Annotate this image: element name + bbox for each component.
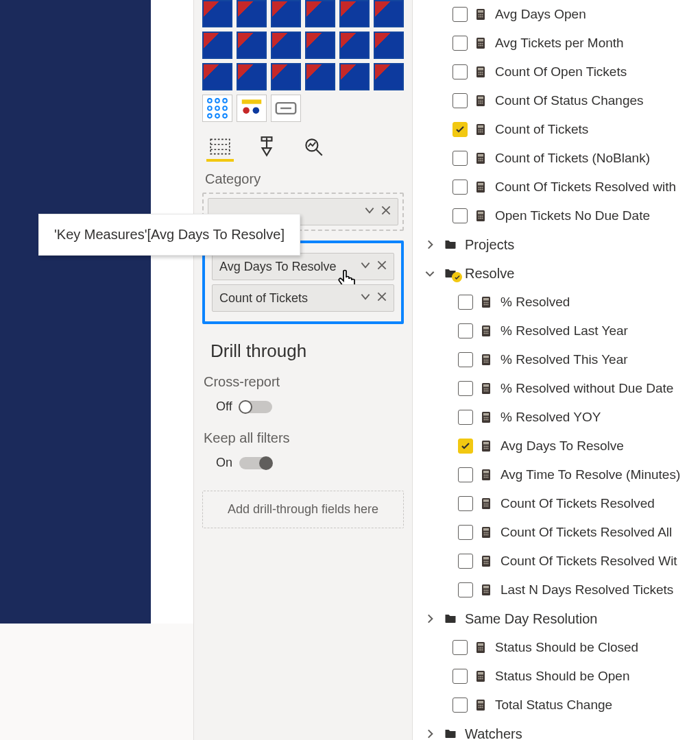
chevron-right-icon[interactable] <box>424 238 437 251</box>
tab-format[interactable] <box>253 134 280 162</box>
field-row[interactable]: Status Should be Open <box>413 662 700 691</box>
viz-property-tabs <box>202 122 404 166</box>
keep-all-filters-toggle[interactable] <box>239 457 272 469</box>
field-row[interactable]: Count Of Open Tickets <box>413 58 700 86</box>
field-name: % Resolved YOY <box>500 410 601 425</box>
viz-type-icon[interactable] <box>202 0 232 27</box>
viz-type-icon[interactable] <box>305 63 335 90</box>
svg-point-51 <box>482 103 483 104</box>
field-checkbox[interactable] <box>452 122 468 137</box>
field-checkbox[interactable] <box>452 7 468 22</box>
field-row[interactable]: Count Of Tickets Resolved All <box>413 518 700 547</box>
chevron-right-icon[interactable] <box>424 613 437 625</box>
field-checkbox[interactable] <box>458 439 473 454</box>
field-row[interactable]: Last N Days Resolved Tickets <box>413 576 700 604</box>
field-checkbox[interactable] <box>452 208 468 223</box>
field-row[interactable]: Count Of Tickets Resolved with <box>413 173 700 201</box>
field-checkbox[interactable] <box>458 582 473 597</box>
field-checkbox[interactable] <box>452 36 468 51</box>
field-checkbox[interactable] <box>458 467 473 482</box>
field-checkbox[interactable] <box>458 554 473 569</box>
tab-analytics[interactable] <box>300 134 327 162</box>
field-row[interactable]: Count of Tickets <box>413 115 700 144</box>
drill-through-dropzone[interactable]: Add drill-through fields here <box>202 491 404 528</box>
viz-type-icon[interactable] <box>271 0 301 27</box>
viz-type-icon[interactable] <box>271 32 301 59</box>
remove-field-icon[interactable] <box>380 204 392 220</box>
field-checkbox[interactable] <box>458 352 473 367</box>
svg-point-66 <box>480 160 481 162</box>
field-row[interactable]: Count Of Status Changes <box>413 86 700 115</box>
folder-row-projects[interactable]: Projects <box>413 230 700 259</box>
folder-row-resolve[interactable]: Resolve <box>413 259 700 288</box>
cross-report-toggle[interactable] <box>239 401 272 413</box>
field-row[interactable]: Count Of Tickets Resolved <box>413 489 700 518</box>
viz-type-matrix-icon[interactable] <box>202 95 232 122</box>
viz-type-button-icon[interactable] <box>271 95 301 122</box>
field-row[interactable]: % Resolved This Year <box>413 345 700 374</box>
field-row[interactable]: % Resolved <box>413 288 700 317</box>
tab-fields[interactable] <box>206 134 234 162</box>
field-checkbox[interactable] <box>458 496 473 511</box>
field-checkbox[interactable] <box>458 410 473 425</box>
field-checkbox[interactable] <box>452 180 468 195</box>
field-row[interactable]: Count of Tickets (NoBlank) <box>413 144 700 173</box>
chevron-down-icon[interactable] <box>424 267 437 280</box>
values-well-item-avg-days[interactable]: Avg Days To Resolve <box>212 253 394 280</box>
svg-point-54 <box>479 130 480 131</box>
values-well-item-count-tickets[interactable]: Count of Tickets <box>212 284 394 312</box>
field-row[interactable]: Avg Days To Resolve <box>413 432 700 460</box>
viz-type-icon[interactable] <box>339 0 370 27</box>
field-checkbox[interactable] <box>458 381 473 396</box>
viz-type-icon[interactable] <box>305 0 335 27</box>
viz-type-icon[interactable] <box>339 32 370 59</box>
viz-type-icon[interactable] <box>374 32 404 59</box>
svg-rect-149 <box>483 528 489 531</box>
viz-type-icon[interactable] <box>237 63 267 90</box>
field-row[interactable]: Count Of Tickets Resolved Wit <box>413 547 700 576</box>
chevron-down-icon[interactable] <box>359 291 372 306</box>
viz-type-slicer-icon[interactable] <box>237 95 267 122</box>
field-checkbox[interactable] <box>458 525 473 540</box>
field-row[interactable]: Open Tickets No Due Date <box>413 201 700 230</box>
remove-field-icon[interactable] <box>376 291 388 306</box>
field-row[interactable]: % Resolved YOY <box>413 403 700 432</box>
field-row[interactable]: Avg Time To Resolve (Minutes) <box>413 460 700 489</box>
field-checkbox[interactable] <box>452 669 468 684</box>
field-checkbox[interactable] <box>458 323 473 338</box>
measure-icon <box>474 641 488 654</box>
chevron-right-icon[interactable] <box>424 728 437 740</box>
field-checkbox[interactable] <box>452 698 468 713</box>
chevron-down-icon[interactable] <box>363 204 376 220</box>
folder-row-watchers[interactable]: Watchers <box>413 719 700 740</box>
svg-point-47 <box>480 101 481 102</box>
field-checkbox[interactable] <box>452 93 468 108</box>
chevron-down-icon[interactable] <box>359 259 372 275</box>
field-row[interactable]: % Resolved Last Year <box>413 317 700 345</box>
folder-row-same-day[interactable]: Same Day Resolution <box>413 604 700 633</box>
field-checkbox[interactable] <box>452 640 468 655</box>
viz-type-icon[interactable] <box>271 63 301 90</box>
svg-rect-165 <box>483 586 489 589</box>
field-row[interactable]: Total Status Change <box>413 691 700 719</box>
viz-type-icon[interactable] <box>202 32 232 59</box>
viz-type-icon[interactable] <box>374 0 404 27</box>
viz-type-icon[interactable] <box>339 63 370 90</box>
field-row[interactable]: Avg Tickets per Month <box>413 29 700 58</box>
viz-type-icon[interactable] <box>202 63 232 90</box>
field-row[interactable]: Status Should be Closed <box>413 633 700 662</box>
viz-type-icon[interactable] <box>237 0 267 27</box>
svg-point-4 <box>215 106 219 110</box>
viz-type-icon[interactable] <box>305 32 335 59</box>
viz-type-icon[interactable] <box>237 32 267 59</box>
fields-pane: Avg Days OpenAvg Tickets per MonthCount … <box>413 0 700 740</box>
field-checkbox[interactable] <box>452 64 468 79</box>
field-row[interactable]: % Resolved without Due Date <box>413 374 700 403</box>
field-checkbox[interactable] <box>452 151 468 166</box>
measure-icon <box>480 440 494 452</box>
field-row[interactable]: Avg Days Open <box>413 0 700 29</box>
field-checkbox[interactable] <box>458 295 473 310</box>
svg-point-120 <box>487 417 489 419</box>
viz-type-icon[interactable] <box>374 63 404 90</box>
remove-field-icon[interactable] <box>376 259 388 275</box>
